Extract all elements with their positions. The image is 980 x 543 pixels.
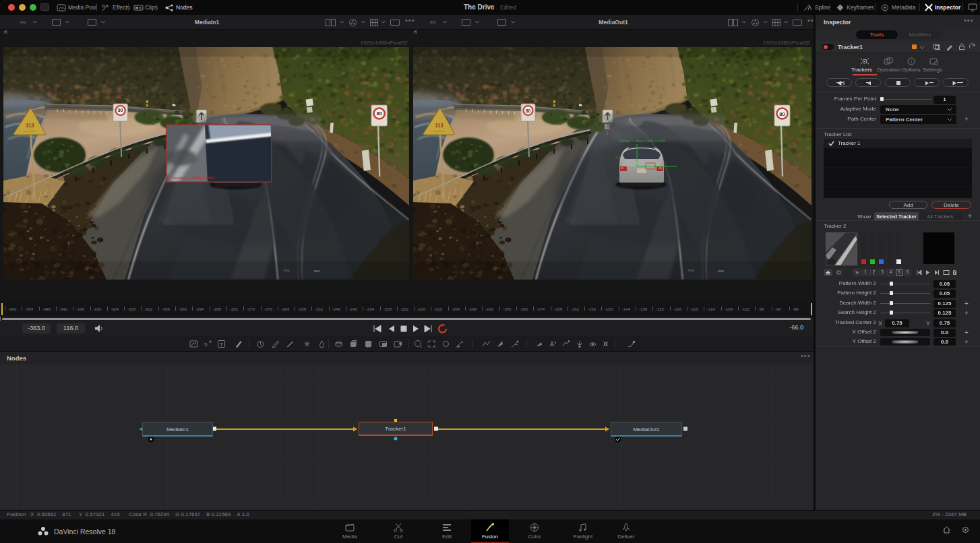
svg-text:80: 80 (779, 111, 785, 117)
svg-text:80: 80 (376, 111, 381, 117)
svg-text:80: 80 (526, 108, 531, 113)
svg-text:5: 5 (204, 342, 208, 348)
svg-text:Tracker 1: 0.76394 0.40492: Tracker 1: 0.76394 0.40492 (171, 176, 215, 180)
svg-text:ROAD BENDS: ROAD BENDS (433, 130, 445, 133)
svg-text:113: 113 (26, 123, 34, 129)
svg-text:Tracker 1: offset 0.7639, 0.40: Tracker 1: offset 0.7639, 0.4049 (619, 139, 665, 143)
svg-text:80: 80 (118, 108, 123, 113)
svg-text:T: T (220, 342, 223, 348)
svg-text:113: 113 (435, 123, 443, 129)
svg-text:ROAD BENDS: ROAD BENDS (24, 130, 36, 133)
